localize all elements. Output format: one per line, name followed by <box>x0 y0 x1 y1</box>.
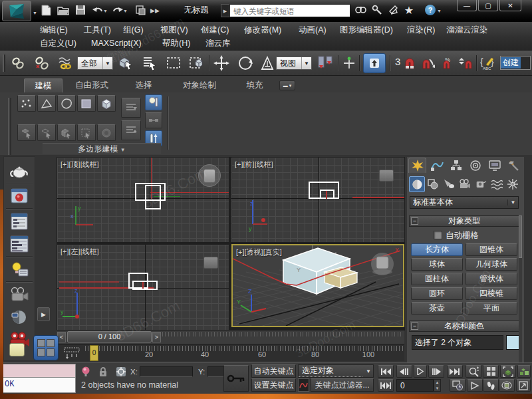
zoom-all-button[interactable] <box>483 365 499 378</box>
help-icon[interactable]: ? <box>423 3 438 17</box>
maximize-button[interactable]: ▢ <box>478 0 498 11</box>
button-tube[interactable]: 管状体 <box>466 273 517 285</box>
tab-utilities[interactable] <box>505 158 523 173</box>
app-logo-button[interactable] <box>2 1 31 21</box>
open-file-button[interactable] <box>56 3 70 17</box>
ribbon-collapse-stack-button-2[interactable] <box>121 120 141 140</box>
shaded-view-button[interactable] <box>6 307 33 328</box>
communication-center-icon[interactable] <box>370 3 384 17</box>
button-cylinder[interactable]: 圆柱体 <box>411 273 463 285</box>
viewport-front[interactable]: zy [+][前][线框] <box>231 158 404 242</box>
menu-help[interactable]: 帮助(H) <box>162 37 190 50</box>
ribbon-tab-modeling[interactable]: 建模 <box>24 78 63 92</box>
autogrid-checkbox[interactable] <box>434 231 442 239</box>
key-mode-toggle-button[interactable] <box>378 379 394 392</box>
curve-editor-button[interactable] <box>6 211 33 232</box>
rollout-object-type[interactable]: − 对象类型 <box>409 215 519 227</box>
ribbon-edge-button[interactable] <box>37 95 56 112</box>
viewport-persp-label[interactable]: [+][透视][真实] <box>236 247 282 257</box>
walk-through-button[interactable] <box>483 379 499 392</box>
toolbar-overflow-icon[interactable]: ▶▶ <box>150 7 160 14</box>
tab-motion[interactable] <box>466 158 484 173</box>
pan-view-button[interactable] <box>467 379 483 392</box>
menu-animation[interactable]: 动画(A) <box>299 23 327 37</box>
viewport-top[interactable]: xy [+][顶][线框] <box>57 158 229 242</box>
snaps-toggle-icon[interactable] <box>402 55 418 71</box>
updates-icon[interactable] <box>386 3 401 17</box>
zoom-button[interactable] <box>466 365 481 378</box>
button-cone[interactable]: 圆锥体 <box>466 243 517 256</box>
undo-caret-icon[interactable]: ▼ <box>103 9 108 13</box>
object-color-swatch[interactable] <box>506 335 519 350</box>
play-button[interactable] <box>414 365 427 378</box>
current-frame-marker[interactable]: 0 <box>90 345 98 361</box>
menu-customize[interactable]: 自定义(U) <box>40 37 76 50</box>
prompt-bulb-icon[interactable] <box>81 366 90 378</box>
frame-spinner[interactable]: ▲ ▼ <box>434 379 441 392</box>
favorites-star-icon[interactable]: ★ <box>402 3 416 17</box>
category-spacewarps-icon[interactable] <box>489 176 505 192</box>
select-and-move-icon[interactable] <box>213 55 230 71</box>
ribbon-toggle-button-2[interactable] <box>145 112 162 128</box>
next-frame-button[interactable] <box>428 365 444 378</box>
select-object-icon[interactable] <box>117 55 134 71</box>
primitive-category-caret-icon[interactable]: ▼ <box>507 200 518 205</box>
category-shapes-icon[interactable] <box>425 176 441 192</box>
menu-graph-editors[interactable]: 图形编辑器(D) <box>340 23 393 37</box>
percent-snap-toggle-icon[interactable]: % <box>439 55 455 71</box>
select-and-rotate-icon[interactable] <box>237 55 254 71</box>
button-geosphere[interactable]: 几何球体 <box>466 258 517 271</box>
search-box[interactable] <box>229 4 350 17</box>
ribbon-collapse-stack-button-1[interactable] <box>121 98 141 118</box>
selection-lock-icon[interactable] <box>98 366 108 377</box>
category-systems-icon[interactable] <box>505 176 521 192</box>
key-filters-button[interactable]: 关键点过滤器... <box>311 378 374 392</box>
spinner-snap-toggle-icon[interactable] <box>458 55 473 71</box>
primitive-category-combo[interactable]: 标准基本体 ▼ <box>410 196 519 209</box>
tab-hierarchy[interactable] <box>447 158 465 173</box>
save-button[interactable] <box>73 3 88 17</box>
selection-filter-combo[interactable]: 全部▼ <box>77 57 113 70</box>
viewport-left[interactable]: zy [+][左][线框] <box>57 245 229 330</box>
current-frame-field[interactable]: 0 <box>396 379 434 392</box>
button-teapot[interactable]: 茶壶 <box>411 302 463 315</box>
ribbon-tool-button-2[interactable] <box>37 124 56 141</box>
named-selection-combo[interactable]: 创建 <box>500 56 531 70</box>
menu-edit[interactable]: 编辑(E) <box>40 23 68 37</box>
help-caret-icon[interactable]: ▼ <box>437 9 442 13</box>
zoom-extents-button[interactable] <box>500 365 516 378</box>
use-pivot-point-icon[interactable] <box>315 55 335 71</box>
ribbon-group-label[interactable]: 多边形建模 ▼ <box>43 143 161 154</box>
expand-tray-button[interactable]: ▶ <box>37 307 50 321</box>
button-pyramid[interactable]: 四棱锥 <box>466 287 517 300</box>
ribbon-polygon-button[interactable] <box>77 95 96 112</box>
maxscript-listener-input[interactable] <box>1 364 76 378</box>
menu-cloud-render[interactable]: 溜溜云渲染 <box>446 23 488 37</box>
camera-tool-button[interactable] <box>6 284 33 305</box>
ribbon-tab-object-paint[interactable]: 对象绘制 <box>174 78 225 92</box>
button-box[interactable]: 长方体 <box>411 243 463 256</box>
menu-maxscript[interactable]: MAXScript(X) <box>91 37 142 50</box>
redo-caret-icon[interactable]: ▼ <box>123 9 128 13</box>
rollout-name-color[interactable]: − 名称和颜色 <box>409 321 519 332</box>
key-filter-curve-icon[interactable] <box>298 378 309 392</box>
reference-coordinate-combo[interactable]: 视图▼ <box>276 57 312 70</box>
dope-sheet-button[interactable] <box>6 233 33 255</box>
unlink-selection-icon[interactable] <box>33 55 51 71</box>
ribbon-minimize-button[interactable]: ▬ ▾ <box>279 80 295 90</box>
set-keys-button[interactable] <box>223 365 249 392</box>
category-cameras-icon[interactable] <box>457 176 473 192</box>
select-by-name-icon[interactable] <box>141 55 158 71</box>
tab-display[interactable] <box>485 158 503 173</box>
menu-liuyunku[interactable]: 溜云库 <box>205 37 231 50</box>
yellow-tool-button[interactable] <box>9 343 25 356</box>
select-and-link-icon[interactable] <box>9 55 27 71</box>
ribbon-tab-selection[interactable]: 选择 <box>128 78 160 92</box>
zoom-extents-all-button[interactable] <box>517 365 531 378</box>
edit-named-selection-sets-icon[interactable]: {}ABC <box>479 55 497 71</box>
menu-tools[interactable]: 工具(T) <box>84 23 111 37</box>
logo-caret-icon[interactable]: ▼ <box>33 11 37 15</box>
button-sphere[interactable]: 球体 <box>411 258 463 271</box>
project-toolbar-button[interactable] <box>133 3 148 17</box>
select-and-manipulate-icon[interactable] <box>340 55 358 71</box>
